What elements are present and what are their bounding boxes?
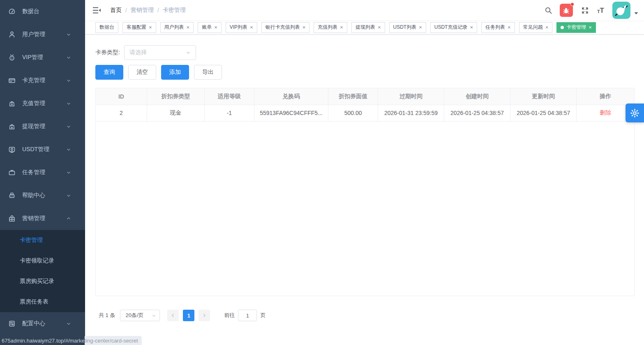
card-type-select[interactable]: 请选择: [124, 45, 196, 60]
tab-card-secret[interactable]: 卡密管理×: [556, 22, 596, 33]
sidebar-item-label: VIP管理: [22, 54, 43, 61]
tab-label: 数据台: [99, 24, 114, 31]
table-row: 2现金-155913FA96C94CFFF5...500.002026-01-3…: [96, 105, 634, 121]
page-size-select[interactable]: 20条/页: [120, 310, 160, 321]
status-link-right: ting-center/card-secret: [85, 336, 142, 345]
tab-label: 任务列表: [485, 24, 505, 31]
sidebar-item-vip-mgmt[interactable]: 1VIP管理: [0, 46, 85, 69]
recharge-icon: [8, 100, 16, 107]
marketing-icon: [8, 215, 16, 222]
tab-label: 用户列表: [164, 24, 184, 31]
sidebar-item-card-recharge-mgmt[interactable]: 卡充管理: [0, 69, 85, 92]
search-icon[interactable]: [545, 7, 552, 14]
export-button[interactable]: 导出: [194, 65, 222, 80]
svg-text:1: 1: [11, 57, 13, 60]
sidebar-item-usdt-mgmt[interactable]: USDT管理: [0, 138, 85, 161]
sidebar-item-recharge-mgmt[interactable]: 充值管理: [0, 92, 85, 115]
sidebar-item-marketing-mgmt[interactable]: 营销管理: [0, 207, 85, 230]
sidebar-subitem-boxoffice-task-table[interactable]: 票房任务表: [0, 292, 85, 312]
settings-gear-button[interactable]: [626, 104, 644, 122]
close-icon[interactable]: ×: [470, 25, 473, 30]
fullscreen-icon[interactable]: [581, 7, 589, 14]
sidebar-subitem-label: 票房购买记录: [20, 278, 54, 285]
sidebar-item-label: 帮助中心: [22, 192, 45, 199]
close-icon[interactable]: ×: [214, 25, 217, 30]
sidebar-item-withdraw-mgmt[interactable]: 提现管理: [0, 115, 85, 138]
close-icon[interactable]: ×: [302, 25, 306, 30]
sidebar-item-config-center[interactable]: 配置中心: [0, 312, 85, 335]
close-icon[interactable]: ×: [187, 25, 190, 30]
goto-label: 前往: [224, 312, 235, 319]
tab-vip-list[interactable]: VIP列表×: [226, 22, 257, 33]
data-table: ID折扣券类型适用等级兑换码折扣券面值过期时间创建时间更新时间操作 2现金-15…: [96, 88, 634, 122]
table-header-cell: 折扣券面值: [328, 88, 378, 105]
tab-usdt-list[interactable]: USDT列表×: [389, 22, 426, 33]
close-icon[interactable]: ×: [589, 25, 592, 30]
task-icon: [8, 169, 16, 176]
tab-bank-card-recharge-list[interactable]: 银行卡充值列表×: [261, 22, 310, 33]
tab-customer-service-config[interactable]: 客服配置×: [122, 22, 156, 33]
table-cell: 2026-01-25 04:38:57: [444, 105, 510, 121]
close-icon[interactable]: ×: [250, 25, 253, 30]
table-header-cell: 操作: [577, 88, 634, 105]
page-size-value: 20条/页: [125, 312, 143, 319]
table-cell: 500.00: [328, 105, 378, 121]
table-header-cell: 兑换码: [254, 88, 328, 105]
table-cell: 现金: [147, 105, 204, 121]
tab-label: 卡密管理: [566, 24, 586, 31]
sidebar-subitem-card-secret[interactable]: 卡密管理: [0, 230, 85, 251]
close-icon[interactable]: ×: [378, 25, 381, 30]
close-icon[interactable]: ×: [419, 25, 422, 30]
sidebar-subitem-boxoffice-purchase-records[interactable]: 票房购买记录: [0, 271, 85, 292]
withdraw-icon: [8, 123, 16, 130]
tab-bills[interactable]: 账单×: [198, 22, 222, 33]
close-icon[interactable]: ×: [340, 25, 343, 30]
font-size-icon[interactable]: TT: [597, 7, 604, 14]
breadcrumb-home[interactable]: 首页: [110, 7, 122, 14]
help-icon: [8, 192, 16, 199]
sidebar-item-help-center[interactable]: 帮助中心: [0, 184, 85, 207]
tab-faq[interactable]: 常见问题×: [519, 22, 553, 33]
avatar[interactable]: [612, 2, 630, 19]
add-button[interactable]: 添加: [161, 65, 189, 80]
status-link-tooltip: 675admin.haiwaiym27.top/#/marke ting-cen…: [0, 336, 142, 345]
search-button[interactable]: 查询: [95, 65, 123, 80]
chevron-down-icon: [66, 170, 71, 175]
caret-down-icon[interactable]: [634, 12, 638, 15]
sidebar-item-label: 营销管理: [22, 215, 45, 222]
sidebar-item-label: 任务管理: [22, 169, 45, 176]
close-icon[interactable]: ×: [545, 25, 549, 30]
gear-icon: [630, 108, 639, 118]
tab-label: 提现列表: [355, 24, 375, 31]
sidebar-item-task-mgmt[interactable]: 任务管理: [0, 161, 85, 184]
tab-user-list[interactable]: 用户列表×: [160, 22, 194, 33]
select-placeholder: 请选择: [129, 49, 147, 56]
tab-label: USDT列表: [393, 24, 417, 31]
bug-report-button[interactable]: [560, 4, 573, 17]
goto-page-input[interactable]: [238, 310, 257, 321]
tab-recharge-list[interactable]: 充值列表×: [314, 22, 347, 33]
sidebar-subitem-label: 卡密管理: [20, 237, 43, 244]
action-buttons: 查询 清空 添加 导出: [95, 65, 635, 80]
clear-button[interactable]: 清空: [128, 65, 156, 80]
table-body: 2现金-155913FA96C94CFFF5...500.002026-01-3…: [96, 105, 634, 121]
page-number-1[interactable]: 1: [183, 310, 194, 321]
sidebar-fold-icon[interactable]: [92, 6, 101, 15]
sidebar-item-dashboard[interactable]: 数据台: [0, 0, 85, 23]
breadcrumb-level1[interactable]: 营销管理: [131, 7, 154, 14]
chevron-down-icon: [66, 55, 71, 60]
prev-page-button[interactable]: [167, 310, 179, 321]
sidebar-item-user-mgmt[interactable]: 用户管理: [0, 23, 85, 46]
next-page-button[interactable]: [199, 310, 210, 321]
table-header-row: ID折扣券类型适用等级兑换码折扣券面值过期时间创建时间更新时间操作: [96, 88, 634, 105]
tab-dashboard[interactable]: 数据台: [95, 22, 118, 33]
sidebar-subitem-label: 卡密领取记录: [20, 257, 54, 264]
tab-task-list[interactable]: 任务列表×: [481, 22, 515, 33]
tab-withdraw-list[interactable]: 提现列表×: [351, 22, 385, 33]
close-icon[interactable]: ×: [149, 25, 152, 30]
delete-link[interactable]: 删除: [600, 109, 611, 116]
tab-usdt-recharge-records[interactable]: USDT充值记录×: [430, 22, 477, 33]
close-icon[interactable]: ×: [508, 25, 511, 30]
sidebar-subitem-card-secret-claim-records[interactable]: 卡密领取记录: [0, 251, 85, 271]
chevron-down-icon: [66, 193, 71, 198]
